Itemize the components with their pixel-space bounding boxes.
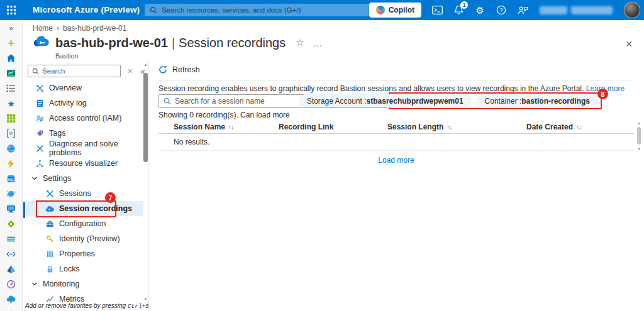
sidebar-item-configuration[interactable]: Configuration <box>23 216 143 231</box>
menu-scrollbar[interactable]: ▲ ▼ <box>143 63 148 308</box>
annotation-step-7: 7 <box>105 192 116 203</box>
create-resource-icon[interactable]: + <box>6 38 16 48</box>
breadcrumb-resource[interactable]: bas-hub-prd-we-01 <box>63 24 126 33</box>
blade-header: Home › bas-hub-prd-we-01 bas-hub-prd-we-… <box>23 20 644 60</box>
svg-text:?: ? <box>500 7 503 13</box>
notification-badge: 1 <box>460 1 468 9</box>
copilot-icon <box>376 6 385 14</box>
all-services-icon[interactable] <box>6 84 16 93</box>
sidebar-item-identity[interactable]: Identity (Preview) <box>23 231 143 246</box>
global-search-input[interactable] <box>162 6 385 14</box>
sidebar-item-overview[interactable]: Overview <box>23 80 143 95</box>
container-pill[interactable]: Container : bastion-recordings <box>477 94 598 107</box>
overview-icon <box>35 84 44 92</box>
resource-groups-icon[interactable] <box>6 129 16 138</box>
sidebar-item-resource-visualizer[interactable]: Resource visualizer <box>23 156 143 171</box>
more-actions-icon[interactable]: … <box>313 38 323 48</box>
breadcrumb-separator-icon: › <box>57 24 59 33</box>
session-recordings-content: Refresh Session recording enables users … <box>149 60 644 311</box>
settings-gear-icon[interactable]: ⚙ <box>474 4 486 16</box>
description-text: Session recording enables users to graph… <box>158 84 625 93</box>
top-bar: Microsoft Azure (Preview) Copilot 1 ⚙ ? <box>0 0 644 20</box>
properties-icon <box>45 249 54 258</box>
feedback-icon[interactable] <box>517 4 528 16</box>
identity-key-icon <box>45 234 54 243</box>
clear-search-icon[interactable]: ✕ <box>127 67 133 75</box>
favorite-star-icon[interactable]: ☆ <box>296 37 304 48</box>
sidebar-item-properties[interactable]: Properties <box>23 246 143 261</box>
diagnose-icon <box>35 144 44 153</box>
global-search[interactable] <box>145 4 390 16</box>
search-icon <box>164 97 171 105</box>
all-resources-icon[interactable] <box>6 114 16 123</box>
sidebar-group-monitoring[interactable]: Monitoring <box>23 276 143 292</box>
load-balancer-icon[interactable] <box>6 219 16 229</box>
column-date-created[interactable]: Date Created↑↓ <box>526 123 634 131</box>
load-more-link[interactable]: Load more <box>378 156 414 165</box>
recordings-table: Session Name↑↓ Recording Link Session Le… <box>158 121 634 151</box>
tags-icon <box>35 129 44 138</box>
app-title[interactable]: Microsoft Azure (Preview) <box>33 5 140 14</box>
session-recordings-cloud-icon <box>45 204 54 213</box>
configuration-icon <box>45 219 54 228</box>
home-icon[interactable] <box>6 53 16 63</box>
sidebar-group-settings[interactable]: Settings <box>23 171 143 186</box>
help-icon[interactable]: ? <box>496 4 507 16</box>
table-scrollbar[interactable]: ▲ ▼ <box>636 121 641 151</box>
lock-icon <box>45 265 54 273</box>
column-session-length[interactable]: Session Length↑↓ <box>387 123 526 131</box>
cosmos-db-icon[interactable] <box>6 189 16 199</box>
chevron-down-icon <box>31 175 38 182</box>
resource-visualizer-icon <box>35 159 44 168</box>
notifications-bell-icon[interactable]: 1 <box>453 4 464 16</box>
scrollbar-thumb[interactable] <box>637 127 641 145</box>
menu-search-input[interactable] <box>42 67 116 75</box>
virtual-machine-icon[interactable] <box>6 204 16 214</box>
app-services-globe-icon[interactable] <box>6 144 16 153</box>
breadcrumb-home[interactable]: Home <box>33 24 53 33</box>
sql-databases-icon[interactable]: SQL <box>6 174 16 183</box>
virtual-network-icon[interactable] <box>6 249 16 259</box>
advisor-icon[interactable] <box>6 295 16 304</box>
resource-menu: ✕ « Overview Activity log Access control… <box>23 60 149 311</box>
menu-search[interactable] <box>28 65 121 77</box>
access-control-icon <box>35 114 44 123</box>
resource-type-label: Bastion <box>55 52 79 60</box>
storage-accounts-icon[interactable] <box>6 234 16 244</box>
expand-rail-icon[interactable]: » <box>6 23 16 33</box>
sidebar-item-diagnose[interactable]: Diagnose and solve problems <box>23 141 143 156</box>
chevron-down-icon <box>31 280 38 288</box>
refresh-button[interactable]: Refresh <box>158 65 200 74</box>
scrollbar-thumb[interactable] <box>143 73 148 162</box>
sidebar-item-tags[interactable]: Tags <box>23 126 143 141</box>
sidebar-item-sessions[interactable]: Sessions <box>23 186 143 201</box>
user-avatar[interactable] <box>624 2 640 18</box>
waffle-menu-icon[interactable] <box>6 5 16 15</box>
monitor-gauge-icon[interactable] <box>6 280 16 289</box>
sort-icon: ↑↓ <box>447 124 452 131</box>
sidebar-item-access-control[interactable]: Access control (IAM) <box>23 111 143 126</box>
cloud-shell-icon[interactable] <box>431 4 443 16</box>
sidebar-item-locks[interactable]: Locks <box>23 261 143 276</box>
copilot-button[interactable]: Copilot <box>369 3 421 18</box>
column-session-name[interactable]: Session Name↑↓ <box>174 123 279 131</box>
toolbar-divider <box>158 80 634 80</box>
selected-item-indicator <box>23 202 25 218</box>
entra-id-icon[interactable] <box>6 265 16 274</box>
close-blade-icon[interactable]: ✕ <box>625 39 633 49</box>
activity-log-icon <box>35 99 44 107</box>
search-icon <box>150 6 157 14</box>
favorites-star-icon[interactable]: ★ <box>6 99 16 108</box>
bastion-resource-icon <box>33 35 50 50</box>
dashboard-icon[interactable] <box>6 68 16 78</box>
column-recording-link[interactable]: Recording Link <box>279 123 387 131</box>
user-name-redacted <box>540 6 613 14</box>
table-header-row: Session Name↑↓ Recording Link Session Le… <box>158 121 634 134</box>
svg-text:SQL: SQL <box>8 178 14 182</box>
annotation-box-8: Storage Account : stbasrechubprdwepwem01… <box>389 92 602 109</box>
sidebar-item-activity-log[interactable]: Activity log <box>23 95 143 111</box>
left-icon-rail: » + ★ SQL <box>0 20 23 311</box>
function-app-icon[interactable] <box>6 159 16 168</box>
storage-account-pill[interactable]: Storage Account : stbasrechubprdwepwem01 <box>299 94 472 107</box>
sidebar-item-session-recordings[interactable]: Session recordings <box>23 201 143 216</box>
